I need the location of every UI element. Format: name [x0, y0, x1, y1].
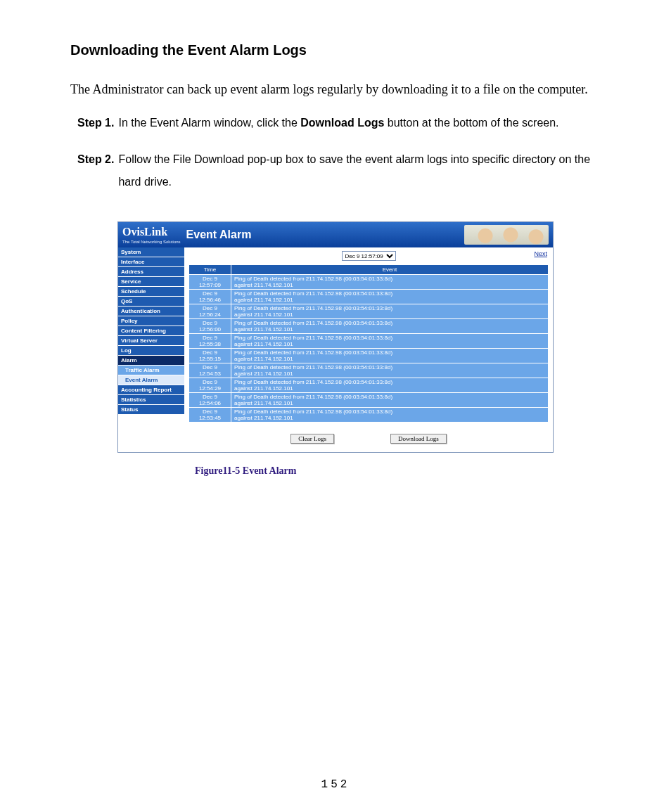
event-cell: Ping of Death detected from 211.74.152.9… [231, 363, 549, 378]
time-cell: Dec 912:53:45 [189, 408, 231, 423]
nav-system[interactable]: System [118, 247, 184, 257]
step-1-text-b: button at the bottom of the screen. [384, 117, 558, 129]
step-1-bold: Download Logs [300, 117, 384, 129]
event-cell: Ping of Death detected from 211.74.152.9… [231, 408, 549, 423]
table-row: Dec 912:54:06Ping of Death detected from… [189, 393, 549, 408]
event-cell: Ping of Death detected from 211.74.152.9… [231, 334, 549, 349]
event-cell: Ping of Death detected from 211.74.152.9… [231, 304, 549, 319]
nav-virtual-server[interactable]: Virtual Server [118, 336, 184, 346]
nav-traffic-alarm[interactable]: Traffic Alarm [118, 366, 184, 375]
app-header: OvisLink The Total Networking Solutions … [118, 222, 553, 247]
table-row: Dec 912:56:24Ping of Death detected from… [189, 304, 549, 319]
nav-authentication[interactable]: Authentication [118, 307, 184, 316]
table-row: Dec 912:55:15Ping of Death detected from… [189, 349, 549, 363]
event-cell: Ping of Death detected from 211.74.152.9… [231, 275, 549, 290]
header-photo [464, 225, 549, 245]
event-alarm-app: OvisLink The Total Networking Solutions … [117, 221, 554, 453]
nav-schedule[interactable]: Schedule [118, 287, 184, 297]
step-1-text: In the Event Alarm window, click the Dow… [118, 112, 558, 134]
nav-qos[interactable]: QoS [118, 297, 184, 307]
event-cell: Ping of Death detected from 211.74.152.9… [231, 290, 549, 304]
nav-content-filtering[interactable]: Content Filtering [118, 326, 184, 336]
time-cell: Dec 912:56:24 [189, 304, 231, 319]
brand-logo-text: OvisLink [122, 226, 167, 238]
step-2-label: Step 2. [77, 148, 114, 193]
step-2-text: Follow the File Download pop-up box to s… [118, 148, 601, 193]
step-1: Step 1. In the Event Alarm window, click… [77, 112, 601, 134]
event-cell: Ping of Death detected from 211.74.152.9… [231, 378, 549, 393]
table-row: Dec 912:56:46Ping of Death detected from… [189, 290, 549, 304]
nav-policy[interactable]: Policy [118, 316, 184, 326]
col-event: Event [231, 265, 549, 275]
table-row: Dec 912:53:45Ping of Death detected from… [189, 408, 549, 423]
table-row: Dec 912:55:38Ping of Death detected from… [189, 334, 549, 349]
nav-event-alarm[interactable]: Event Alarm [118, 375, 184, 385]
brand-tagline: The Total Networking Solutions [122, 240, 181, 244]
nav-status[interactable]: Status [118, 405, 184, 415]
sidebar: System Interface Address Service Schedul… [118, 247, 184, 452]
event-cell: Ping of Death detected from 211.74.152.9… [231, 393, 549, 408]
event-cell: Ping of Death detected from 211.74.152.9… [231, 319, 549, 334]
time-cell: Dec 912:56:00 [189, 319, 231, 334]
nav-accounting-report[interactable]: Accounting Report [118, 385, 184, 395]
nav-log[interactable]: Log [118, 346, 184, 356]
clear-logs-button[interactable]: Clear Logs [290, 434, 334, 444]
step-1-label: Step 1. [77, 112, 114, 134]
step-1-text-a: In the Event Alarm window, click the [118, 117, 300, 129]
log-table: Time Event Dec 912:57:09Ping of Death de… [188, 264, 549, 423]
table-row: Dec 912:54:29Ping of Death detected from… [189, 378, 549, 393]
table-row: Dec 912:56:00Ping of Death detected from… [189, 319, 549, 334]
nav-address[interactable]: Address [118, 267, 184, 277]
toolbar: Dec 9 12:57:09 Next [188, 250, 549, 262]
download-logs-button[interactable]: Download Logs [390, 434, 447, 444]
button-row: Clear Logs Download Logs [188, 434, 549, 444]
main-panel: Dec 9 12:57:09 Next Time Event Dec 912:5… [184, 247, 553, 452]
time-cell: Dec 912:55:15 [189, 349, 231, 363]
time-cell: Dec 912:54:53 [189, 363, 231, 378]
time-cell: Dec 912:57:09 [189, 275, 231, 290]
event-cell: Ping of Death detected from 211.74.152.9… [231, 349, 549, 363]
step-2: Step 2. Follow the File Download pop-up … [77, 148, 601, 193]
section-heading: Downloading the Event Alarm Logs [70, 42, 601, 58]
time-cell: Dec 912:56:46 [189, 290, 231, 304]
time-cell: Dec 912:54:06 [189, 393, 231, 408]
brand-block: OvisLink The Total Networking Solutions [122, 226, 181, 244]
next-link[interactable]: Next [534, 250, 547, 257]
figure-caption: Figure11-5 Event Alarm [195, 465, 554, 477]
nav-statistics[interactable]: Statistics [118, 395, 184, 405]
nav-service[interactable]: Service [118, 277, 184, 287]
page-number: 152 [0, 778, 671, 791]
intro-paragraph: The Administrator can back up event alar… [70, 77, 601, 102]
time-cell: Dec 912:54:29 [189, 378, 231, 393]
page-title: Event Alarm [186, 228, 252, 241]
table-row: Dec 912:54:53Ping of Death detected from… [189, 363, 549, 378]
time-selector[interactable]: Dec 9 12:57:09 [342, 251, 396, 261]
time-cell: Dec 912:55:38 [189, 334, 231, 349]
table-row: Dec 912:57:09Ping of Death detected from… [189, 275, 549, 290]
col-time: Time [189, 265, 231, 275]
nav-interface[interactable]: Interface [118, 257, 184, 267]
nav-alarm[interactable]: Alarm [118, 356, 184, 366]
